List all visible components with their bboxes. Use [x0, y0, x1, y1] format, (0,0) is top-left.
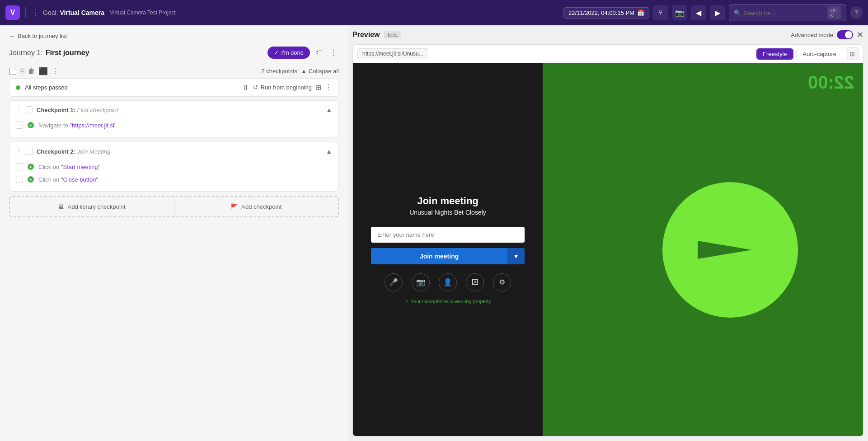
step-click-close-status: ●	[28, 176, 34, 183]
main-area: ← Back to journey list Journey 1: First …	[0, 25, 868, 441]
status-bar: All steps passed ⏸ ↺ Run from beginning …	[9, 78, 339, 97]
jitsi-wedge	[698, 241, 752, 259]
url-tab[interactable]: https://meet.jit.si/Unusu...	[357, 48, 428, 59]
move-icon[interactable]: ⬛	[39, 67, 48, 75]
add-library-checkpoint-btn[interactable]: 🏛 Add library checkpoint	[10, 197, 174, 216]
step-click-close: ● Click on "Close button"	[16, 173, 332, 186]
step-navigate-checkbox[interactable]	[16, 122, 23, 129]
jitsi-join-row: Join meeting ▼	[371, 248, 525, 264]
collapse-all-btn[interactable]: ▲ Collapse all	[301, 68, 339, 75]
checkpoint-1-card: ⋮ Checkpoint 1: First checkpoint ▲ ● Nav…	[9, 100, 339, 137]
topbar: V ⋮ Goal: Virtual Camera Virtual Camera …	[0, 0, 868, 25]
cp1-collapse-btn[interactable]: ▲	[326, 106, 332, 113]
jitsi-image-icon-item: 🖼	[466, 273, 484, 291]
preview-header: Preview beta Advanced mode ✕	[352, 30, 863, 44]
checkpoint-1-header: ⋮ Checkpoint 1: First checkpoint ▲	[9, 101, 338, 119]
left-panel: ← Back to journey list Journey 1: First …	[0, 25, 348, 441]
jitsi-mic-icon[interactable]: 🎤	[385, 273, 403, 291]
jitsi-camera-icon[interactable]: 📷	[412, 273, 430, 291]
step-click-start: ● Click on "Start meeting"	[16, 160, 332, 173]
topbar-dots[interactable]: ⋮	[31, 8, 39, 18]
browser-actions: Freestyle Auto-capture ⊞	[756, 47, 859, 60]
cp2-title: Checkpoint 2: Join Meeting	[37, 148, 322, 155]
tag-icon-btn[interactable]: 🏷	[314, 47, 324, 59]
search-icon: 🔍	[734, 9, 741, 16]
layout-icon-btn[interactable]: ⊞	[315, 83, 321, 92]
more-options-btn[interactable]: ⋮	[328, 47, 339, 59]
journey-actions: ✓ I'm done 🏷 ⋮	[267, 47, 339, 59]
add-checkpoint-row: 🏛 Add library checkpoint 🚩 Add checkpoin…	[9, 196, 339, 217]
jitsi-people-icon[interactable]: 👤	[439, 273, 457, 291]
jitsi-people-icon-item: 👤	[439, 273, 457, 291]
jitsi-mic-status: ✓ Your microphone is working properly	[405, 299, 491, 305]
step-click-start-checkbox[interactable]	[16, 163, 23, 170]
select-all-checkbox[interactable]	[9, 68, 16, 75]
status-more-btn[interactable]: ⋮	[325, 83, 332, 92]
topbar-right: 22/11/2022, 04:00:15 PM 📅 ⑂ 📷 ◀ ▶ 🔍 ctrl…	[563, 4, 863, 21]
cp2-collapse-btn[interactable]: ▲	[326, 148, 332, 155]
advanced-mode-label: Advanced mode	[791, 32, 833, 38]
close-preview-btn[interactable]: ✕	[857, 30, 863, 40]
help-btn[interactable]: ?	[850, 6, 863, 19]
more-toolbar-icon[interactable]: ⋮	[52, 67, 59, 75]
jitsi-icons: 🎤 📷 👤 🖼 ⚙	[385, 273, 511, 291]
preview-label: Preview	[352, 31, 380, 39]
status-dot	[16, 85, 20, 90]
jitsi-settings-icon-item: ⚙	[493, 273, 511, 291]
library-icon: 🏛	[58, 203, 64, 210]
jitsi-camera-preview: 22:00	[543, 63, 863, 436]
freestyle-btn[interactable]: Freestyle	[756, 48, 793, 60]
step-navigate-text: Navigate to "https://meet.jit.si"	[38, 122, 117, 129]
jitsi-join-btn[interactable]: Join meeting	[371, 248, 507, 264]
jitsi-settings-icon[interactable]: ⚙	[493, 273, 511, 291]
app-logo[interactable]: V	[5, 5, 20, 20]
copy-icon[interactable]: ⎘	[20, 67, 24, 75]
search-shortcut: ctrl K	[827, 6, 841, 19]
fork-icon-btn[interactable]: ⑂	[653, 5, 668, 20]
camera-icon-btn[interactable]: 📷	[672, 5, 687, 20]
status-actions: ⏸ ↺ Run from beginning ⊞ ⋮	[242, 83, 332, 92]
step-navigate: ● Navigate to "https://meet.jit.si"	[16, 119, 332, 131]
check-icon: ✓	[274, 49, 279, 56]
checkpoint-2-card: ⋮ Checkpoint 2: Join Meeting ▲ ● Click o…	[9, 142, 339, 192]
advanced-mode-row: Advanced mode ✕	[791, 30, 863, 40]
cp2-drag-handle[interactable]: ⋮	[16, 148, 22, 155]
jitsi-image-icon[interactable]: 🖼	[466, 273, 484, 291]
browser-bar: https://meet.jit.si/Unusu... Freestyle A…	[352, 44, 863, 63]
toolbar-row: ⎘ 🗑 ⬛ ⋮ 2 checkpoints ▲ Collapse all	[0, 64, 348, 78]
goal-title: Goal: Virtual Camera	[43, 9, 104, 16]
run-from-beginning-btn[interactable]: ↺ Run from beginning	[253, 84, 312, 91]
jitsi-mic-icon-item: 🎤	[385, 273, 403, 291]
cp2-checkbox[interactable]	[26, 148, 33, 155]
step-click-close-text: Click on "Close button"	[38, 176, 98, 183]
step-click-close-checkbox[interactable]	[16, 176, 23, 183]
advanced-mode-toggle[interactable]	[837, 30, 853, 39]
right-panel: Preview beta Advanced mode ✕ https://mee…	[348, 25, 868, 441]
search-bar: 🔍 ctrl K	[729, 4, 846, 21]
jitsi-join-arrow-btn[interactable]: ▼	[507, 248, 525, 264]
jitsi-name-input[interactable]	[371, 227, 525, 243]
autocapture-btn[interactable]: Auto-capture	[796, 48, 843, 60]
jitsi-meeting-panel: Join meeting Unusual Nights Bet Closely …	[353, 63, 543, 436]
step-click-start-status: ●	[28, 164, 34, 170]
beta-badge: beta	[384, 31, 401, 38]
cp1-drag-handle[interactable]: ⋮	[16, 106, 22, 113]
calendar-icon[interactable]: 📅	[637, 9, 644, 16]
play-icon-btn[interactable]: ▶	[710, 5, 725, 20]
cp1-steps: ● Navigate to "https://meet.jit.si"	[9, 119, 338, 137]
delete-icon[interactable]: 🗑	[28, 67, 35, 75]
pause-btn[interactable]: ⏸	[242, 84, 249, 92]
jitsi-subtitle: Unusual Nights Bet Closely	[409, 209, 486, 216]
back-to-journey-list[interactable]: ← Back to journey list	[0, 25, 348, 43]
search-input[interactable]	[744, 9, 825, 16]
project-name: Virtual Camera Test Project	[110, 9, 176, 16]
checkpoint-2-header: ⋮ Checkpoint 2: Join Meeting ▲	[9, 142, 338, 160]
cp1-checkbox[interactable]	[26, 106, 33, 113]
add-checkpoint-btn[interactable]: 🚩 Add checkpoint	[174, 197, 338, 216]
screenshot-btn[interactable]: ⊞	[846, 47, 859, 60]
datetime-display: 22/11/2022, 04:00:15 PM 📅	[563, 7, 649, 19]
jitsi-title: Join meeting	[417, 195, 479, 207]
jitsi-reversed-text: 22:00	[808, 72, 854, 93]
audio-icon-btn[interactable]: ◀	[691, 5, 706, 20]
im-done-button[interactable]: ✓ I'm done	[267, 47, 310, 59]
